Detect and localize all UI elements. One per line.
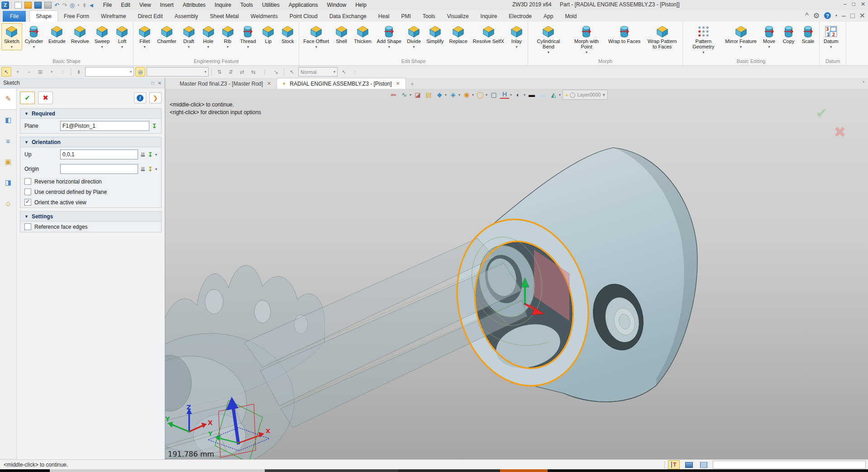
pick-plane-icon[interactable]: ↧ — [152, 122, 157, 130]
render-manager-icon[interactable]: ◨ — [0, 172, 16, 193]
reference-box-icon[interactable]: ▤ — [424, 90, 433, 99]
chamfer-button[interactable]: Chamfer — [154, 23, 179, 45]
exit-sketch-icon[interactable]: ⇦ — [389, 90, 398, 99]
ribbon-tab-inquire[interactable]: Inquire — [475, 11, 503, 22]
menu-insert[interactable]: Insert — [160, 2, 174, 8]
reverse-horizontal-checkbox[interactable] — [24, 178, 31, 185]
morph-with-point-button[interactable]: Morph with Point ▾ — [568, 23, 606, 56]
tab-overflow-icon[interactable]: ▾ — [863, 81, 864, 83]
dropdown-arrow-icon[interactable]: ▾ — [559, 93, 561, 97]
pick-remove-icon[interactable]: − — [24, 67, 34, 77]
dropdown-arrow-icon[interactable]: ▾ — [207, 45, 209, 49]
ribbon-tab-file[interactable]: File — [3, 11, 26, 22]
blue-swatch-icon[interactable]: ▬ — [538, 90, 547, 99]
orient-active-view-row[interactable]: Orient the active view — [20, 197, 161, 207]
cancel-button[interactable]: ✖ — [38, 92, 53, 104]
tab-close-icon[interactable]: ✕ — [267, 81, 271, 87]
doc-close-button[interactable]: ✕ — [859, 11, 865, 20]
menu-applications[interactable]: Applications — [289, 2, 318, 8]
scale-button[interactable]: Scale — [798, 23, 818, 45]
align-tool-2-icon[interactable]: ⇵ — [226, 67, 236, 77]
align-tool-1-icon[interactable]: ⇅ — [215, 67, 224, 77]
sweep-button[interactable]: Sweep ▾ — [92, 23, 113, 50]
reference-face-edges-checkbox[interactable] — [24, 223, 31, 230]
reorient-icon[interactable]: ◎ — [135, 67, 145, 77]
copy-button[interactable]: Copy — [779, 23, 798, 45]
resolve-selfx-button[interactable]: Resolve SelfX — [470, 23, 507, 45]
use-centroid-row[interactable]: Use centroid defined by Plane — [20, 187, 161, 197]
face-offset-button[interactable]: Face Offset ▾ — [300, 23, 332, 50]
toolbox-toggle-button[interactable]: T — [668, 460, 680, 469]
stock-button[interactable]: Stock — [278, 23, 297, 45]
cylinder-button[interactable]: Cylinder ▾ — [22, 23, 46, 50]
wireframe-sphere-icon[interactable]: ◉ — [462, 90, 471, 99]
dropdown-arrow-icon[interactable]: ▾ — [247, 45, 249, 49]
restore-button[interactable]: □ — [852, 1, 855, 7]
cylindrical-bend-button[interactable]: Cylindrical Bend ▾ — [529, 23, 568, 56]
dropdown-arrow-icon[interactable]: ▾ — [188, 45, 190, 49]
back-icon[interactable]: ◀ — [90, 2, 93, 8]
thicken-button[interactable]: Thicken — [351, 23, 374, 45]
rib-button[interactable]: Rib ▾ — [218, 23, 238, 50]
align-tool-5-icon[interactable]: ⋮ — [260, 67, 270, 77]
dropdown-arrow-icon[interactable]: ▾ — [458, 93, 460, 97]
shell-button[interactable]: Shell — [332, 23, 351, 45]
redo-icon[interactable]: ↷ — [62, 2, 67, 8]
snap-cursor-icon[interactable]: ↖ — [287, 67, 297, 77]
dropdown-arrow-icon[interactable]: ▾ — [315, 45, 317, 49]
menu-help[interactable]: Help — [355, 2, 367, 8]
new-tab-button[interactable]: + — [406, 80, 419, 89]
panel-restore-icon[interactable]: □ — [152, 81, 154, 86]
pick-add-icon[interactable]: + — [13, 67, 23, 77]
save-icon[interactable] — [34, 2, 42, 9]
wrap-pattern-to-faces-button[interactable]: Wrap Pattern to Faces — [643, 23, 681, 51]
dropdown-arrow-icon[interactable]: ▾ — [413, 45, 415, 49]
entity-filter-combobox[interactable]: ▾ — [85, 67, 134, 77]
open-file-icon[interactable] — [24, 2, 32, 9]
dropdown-arrow-icon[interactable]: ▾ — [47, 67, 57, 77]
menu-edit[interactable]: Edit — [121, 2, 130, 8]
up-input[interactable] — [60, 149, 138, 159]
menu-file[interactable]: File — [103, 2, 112, 8]
display-toggle-button[interactable] — [683, 460, 695, 469]
dropdown-arrow-icon[interactable]: ▾ — [510, 93, 512, 97]
snap-mode-combobox[interactable]: Normal ▾ — [298, 67, 338, 77]
pick-multiple-icon[interactable]: ⊞ — [35, 67, 45, 77]
dropdown-arrow-icon[interactable]: ▾ — [33, 45, 35, 49]
view-orient-icon[interactable]: ◎ — [70, 2, 75, 8]
ribbon-tab-visualize[interactable]: Visualize — [441, 11, 475, 22]
dropdown-arrow-icon[interactable]: ▾ — [121, 45, 123, 49]
role-manager-icon[interactable]: ☺ — [0, 193, 16, 214]
selection-set-combobox[interactable]: ▾ — [147, 67, 209, 77]
extrude-button[interactable]: Extrude — [46, 23, 68, 45]
doc-restore-button[interactable]: □ — [850, 12, 855, 20]
orient-active-view-checkbox[interactable] — [24, 199, 31, 206]
ribbon-tab-point-cloud[interactable]: Point Cloud — [284, 11, 324, 22]
dropdown-arrow-icon[interactable]: ▾ — [515, 45, 517, 49]
collapse-triangle-icon[interactable]: ▼ — [24, 214, 29, 219]
pick-origin-icon[interactable]: ↧ — [148, 165, 153, 173]
menu-utilities[interactable]: Utilities — [262, 2, 280, 8]
layer-combobox[interactable]: ● ◯ Layer0000 ▾ — [563, 90, 608, 100]
close-button[interactable]: ✕ — [861, 1, 865, 7]
cancel-overlay-icon[interactable]: ✖ — [834, 123, 846, 141]
dropdown-arrow-icon[interactable]: ▾ — [602, 92, 605, 98]
align-tool-3-icon[interactable]: ⇄ — [237, 67, 247, 77]
help-dropdown-icon[interactable]: ▾ — [835, 14, 837, 18]
view-cube-icon[interactable]: ◈ — [448, 90, 458, 99]
dropdown-arrow-icon[interactable]: ▾ — [830, 45, 832, 49]
curve-tools-icon[interactable]: ∿ — [400, 90, 409, 99]
dropdown-arrow-icon[interactable]: ▾ — [144, 45, 146, 49]
menu-inquire[interactable]: Inquire — [215, 2, 231, 8]
lasso-select-icon[interactable]: ◌ — [58, 67, 68, 77]
dropdown-arrow-icon[interactable]: ▾ — [524, 93, 525, 97]
ribbon-tab-shape[interactable]: Shape — [29, 10, 58, 22]
dropdown-arrow-icon[interactable]: ▾ — [410, 93, 411, 97]
keypoint-icon[interactable]: ◌ — [350, 67, 360, 77]
lip-button[interactable]: Lip — [258, 23, 278, 45]
dropdown-arrow-icon[interactable]: ▾ — [740, 45, 742, 49]
collapse-triangle-icon[interactable]: ▼ — [24, 140, 29, 144]
ribbon-tab-app[interactable]: App — [538, 11, 559, 22]
3d-model-canvas[interactable]: Z X Y X Y 191.786 mm — [165, 89, 868, 459]
sketch-button[interactable]: Sketch ▾ — [1, 23, 22, 50]
